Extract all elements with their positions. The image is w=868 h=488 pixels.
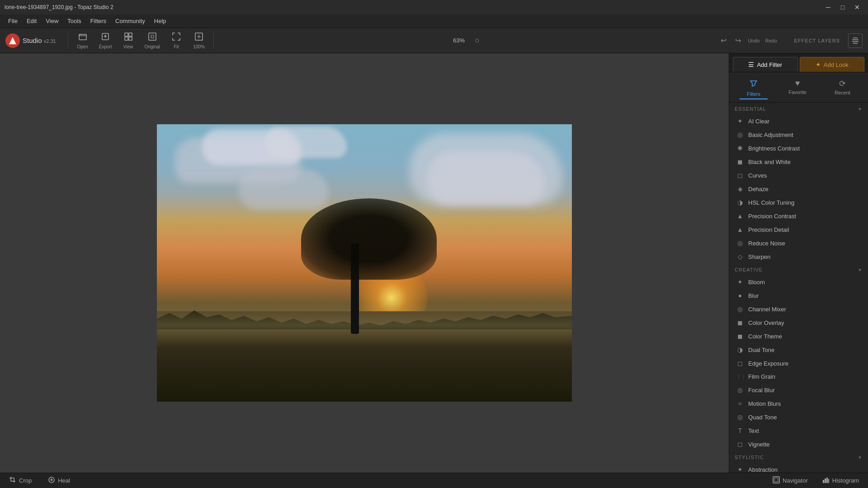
abstraction-label: Abstraction — [748, 466, 778, 473]
svg-rect-6 — [129, 37, 132, 40]
titlebar-left: lone-tree-1934897_1920.jpg - Topaz Studi… — [5, 4, 113, 10]
export-label: Export — [99, 44, 112, 49]
filter-precision-detail[interactable]: ▲ Precision Detail — [729, 223, 868, 236]
fit-icon — [172, 32, 181, 43]
menu-community[interactable]: Community — [111, 16, 150, 26]
filter-focal-blur[interactable]: ◎ Focal Blur — [729, 383, 868, 397]
svg-rect-10 — [852, 39, 859, 40]
zoom100-label: 100% — [193, 44, 205, 49]
titlebar-title: lone-tree-1934897_1920.jpg - Topaz Studi… — [5, 4, 113, 10]
abstraction-icon: ✦ — [736, 466, 744, 473]
bw-icon: ◼ — [736, 158, 744, 165]
menu-help[interactable]: Help — [150, 16, 171, 26]
menu-view[interactable]: View — [41, 16, 63, 26]
tab-favorite[interactable]: ♥ Favorite — [781, 77, 814, 99]
svg-rect-16 — [774, 478, 778, 482]
navigator-icon — [773, 476, 780, 485]
redo-button[interactable]: ↪ — [731, 34, 744, 47]
quad-tone-icon: ◎ — [736, 413, 744, 421]
minimize-button[interactable]: ─ — [822, 1, 835, 14]
filter-text[interactable]: T Text — [729, 424, 868, 437]
svg-rect-20 — [828, 479, 829, 483]
close-button[interactable]: ✕ — [851, 1, 863, 14]
menu-file[interactable]: File — [4, 16, 22, 26]
original-button[interactable]: Original — [141, 30, 164, 51]
filter-motion-blurs[interactable]: ≈ Motion Blurs — [729, 397, 868, 410]
hsl-label: HSL Color Tuning — [748, 199, 794, 206]
filter-precision-contrast[interactable]: ▲ Precision Contrast — [729, 209, 868, 223]
add-look-icon: ✦ — [816, 61, 821, 68]
filter-hsl-color-tuning[interactable]: ◑ HSL Color Tuning — [729, 196, 868, 209]
tab-recent[interactable]: ⟳ Recent — [827, 77, 858, 99]
recent-tab-label: Recent — [835, 90, 850, 95]
crop-tool[interactable]: Crop — [5, 474, 35, 487]
fog — [157, 302, 572, 347]
stylistic-section-header[interactable]: STYLISTIC ▼ — [729, 451, 868, 463]
svg-rect-18 — [825, 479, 826, 483]
filter-color-theme[interactable]: ◼ Color Theme — [729, 329, 868, 343]
svg-rect-11 — [852, 41, 859, 42]
view-button[interactable]: View — [118, 30, 138, 51]
filter-vignette[interactable]: ◻ Vignette — [729, 437, 868, 451]
filter-reduce-noise[interactable]: ◎ Reduce Noise — [729, 236, 868, 250]
essential-section-header[interactable]: ESSENTIAL ▼ — [729, 103, 868, 114]
creative-arrow-icon: ▼ — [858, 267, 863, 272]
filter-dual-tone[interactable]: ◑ Dual Tone — [729, 343, 868, 357]
fit-button[interactable]: Fit — [166, 30, 186, 51]
filter-black-white[interactable]: ◼ Black and White — [729, 155, 868, 169]
filter-ai-clear[interactable]: ✦ AI Clear — [729, 114, 868, 128]
filter-quad-tone[interactable]: ◎ Quad Tone — [729, 410, 868, 424]
filter-blur[interactable]: ● Blur — [729, 289, 868, 302]
heal-tool[interactable]: Heal — [44, 474, 74, 487]
curves-icon: ◻ — [736, 172, 744, 179]
svg-marker-0 — [9, 37, 16, 44]
filter-color-overlay[interactable]: ◼ Color Overlay — [729, 316, 868, 329]
color-overlay-label: Color Overlay — [748, 319, 784, 326]
cloud-4 — [427, 151, 545, 206]
toolbar: Studio v2.31 Open Export View Original F… — [0, 28, 868, 53]
add-filter-tab[interactable]: ☰ Add Filter — [733, 57, 798, 72]
zoom100-button[interactable]: 100% — [189, 30, 209, 51]
filter-abstraction[interactable]: ✦ Abstraction — [729, 463, 868, 473]
filter-channel-mixer[interactable]: ◎ Channel Mixer — [729, 302, 868, 316]
vignette-icon: ◻ — [736, 441, 744, 448]
menu-edit[interactable]: Edit — [22, 16, 41, 26]
menubar: File Edit View Tools Filters Community H… — [0, 14, 868, 28]
filter-bloom[interactable]: ✦ Bloom — [729, 275, 868, 289]
original-icon — [148, 32, 157, 43]
add-look-tab[interactable]: ✦ Add Look — [800, 57, 865, 72]
open-button[interactable]: Open — [73, 30, 93, 51]
filter-sharpen[interactable]: ◇ Sharpen — [729, 250, 868, 263]
favorite-tab-label: Favorite — [788, 89, 807, 95]
layers-icon-button[interactable] — [848, 33, 863, 48]
undo-label: Undo — [748, 38, 760, 43]
add-filter-label: Add Filter — [757, 61, 782, 68]
undo-button[interactable]: ↩ — [717, 34, 730, 47]
prec-detail-label: Precision Detail — [748, 226, 789, 233]
menu-tools[interactable]: Tools — [63, 16, 85, 26]
navigator-tool[interactable]: Navigator — [769, 474, 811, 487]
export-button[interactable]: Export — [95, 30, 116, 51]
filter-curves[interactable]: ◻ Curves — [729, 169, 868, 182]
filter-brightness-contrast[interactable]: ✺ Brightness Contrast — [729, 141, 868, 155]
heal-label: Heal — [58, 477, 70, 484]
text-filter-icon: T — [736, 427, 744, 434]
channel-mixer-icon: ◎ — [736, 305, 744, 313]
filter-film-grain[interactable]: ⋮⋮ Film Grain — [729, 370, 868, 383]
filter-edge-exposure[interactable]: ◻ Edge Exposure — [729, 357, 868, 370]
filter-dehaze[interactable]: ◈ Dehaze — [729, 182, 868, 196]
maximize-button[interactable]: □ — [836, 1, 849, 14]
menu-filters[interactable]: Filters — [86, 16, 111, 26]
zoom-display: 63% — [453, 37, 465, 44]
histogram-tool[interactable]: Histogram — [819, 474, 863, 487]
ai-clear-icon: ✦ — [736, 117, 744, 125]
tab-filters[interactable]: Filters — [740, 77, 768, 99]
basic-adj-label: Basic Adjustment — [748, 131, 793, 138]
channel-mixer-label: Channel Mixer — [748, 306, 786, 313]
add-look-label: Add Look — [824, 61, 849, 68]
titlebar-controls[interactable]: ─ □ ✕ — [822, 1, 863, 14]
creative-section-header[interactable]: CREATIVE ▼ — [729, 263, 868, 275]
filter-basic-adjustment[interactable]: ◎ Basic Adjustment — [729, 128, 868, 141]
canvas-area[interactable] — [0, 53, 729, 473]
prec-contrast-icon: ▲ — [736, 212, 744, 220]
